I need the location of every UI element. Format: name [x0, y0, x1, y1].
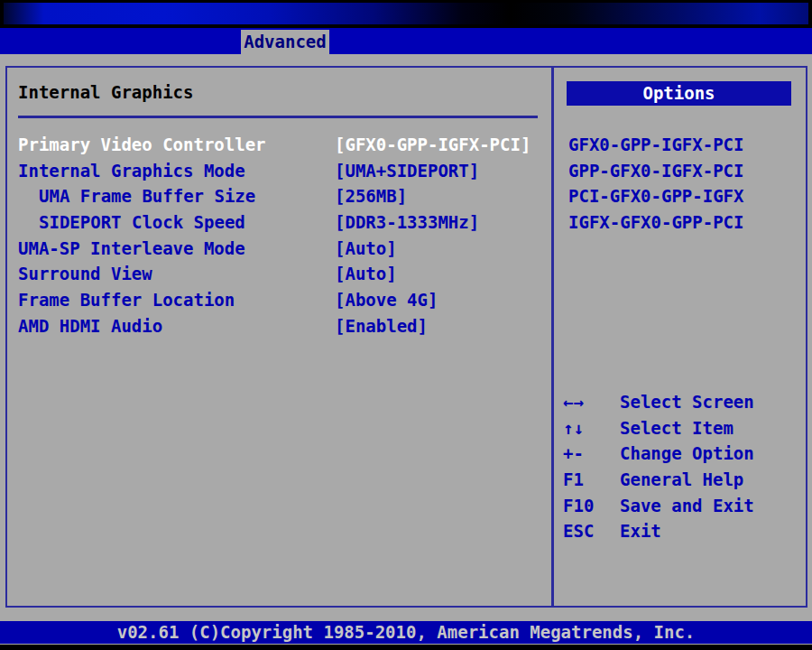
setting-value: [Enabled]	[335, 313, 428, 339]
option-value: GPP-GFX0-IGFX-PCI	[568, 158, 798, 184]
setting-row-surround-view[interactable]: Surround View [Auto]	[18, 261, 546, 287]
tab-advanced[interactable]: Advanced	[241, 30, 329, 54]
copyright-bar: v02.61 (C)Copyright 1985-2010, American …	[0, 621, 812, 644]
top-gradient-bar	[0, 0, 812, 28]
setting-row-sideport-clock-speed[interactable]: SIDEPORT Clock Speed [DDR3-1333MHz]	[18, 209, 546, 236]
setting-label: Primary Video Controller	[18, 135, 266, 154]
title-underline	[18, 116, 538, 118]
help-action: Save and Exit	[620, 496, 754, 515]
help-row-general-help: F1General Help	[563, 467, 799, 493]
setting-label: SIDEPORT Clock Speed	[39, 212, 245, 232]
plus-minus-keys: +-	[563, 441, 620, 467]
setting-label: Frame Buffer Location	[18, 290, 235, 310]
setting-label: UMA Frame Buffer Size	[39, 186, 255, 206]
help-action: Select Screen	[620, 392, 754, 412]
help-action: Select Item	[620, 418, 734, 438]
esc-key: ESC	[563, 518, 620, 544]
setting-value: [DDR3-1333MHz]	[335, 209, 479, 236]
setting-value: [256MB]	[335, 183, 407, 209]
help-action: General Help	[620, 469, 743, 489]
bios-setup-screen: Advanced Internal Graphics Primary Video…	[0, 0, 812, 650]
option-value: IGFX-GFX0-GPP-PCI	[568, 209, 798, 236]
setting-label: AMD HDMI Audio	[18, 316, 162, 336]
arrow-up-down-icon: ↑↓	[563, 415, 620, 441]
setting-row-uma-sp-interleave-mode[interactable]: UMA-SP Interleave Mode [Auto]	[18, 236, 546, 262]
help-row-change-option: +-Change Option	[563, 441, 799, 467]
setting-row-amd-hdmi-audio[interactable]: AMD HDMI Audio [Enabled]	[18, 313, 546, 339]
help-row-exit: ESCExit	[563, 518, 799, 544]
top-gradient-inner	[4, 3, 808, 24]
arrow-left-right-icon: ←→	[563, 389, 620, 415]
key-help-list: ←→Select Screen ↑↓Select Item +-Change O…	[563, 389, 799, 544]
options-list: GFX0-GPP-IGFX-PCI GPP-GFX0-IGFX-PCI PCI-…	[568, 132, 798, 236]
help-action: Change Option	[620, 443, 754, 463]
setting-value: [GFX0-GPP-IGFX-PCI]	[335, 132, 531, 158]
setting-label: Surround View	[18, 264, 152, 283]
setting-row-frame-buffer-location[interactable]: Frame Buffer Location [Above 4G]	[18, 287, 546, 313]
help-row-select-item: ↑↓Select Item	[563, 415, 799, 441]
f1-key: F1	[563, 467, 620, 493]
help-row-select-screen: ←→Select Screen	[563, 389, 799, 415]
option-value: PCI-GFX0-GPP-IGFX	[568, 183, 798, 209]
settings-list: Primary Video Controller [GFX0-GPP-IGFX-…	[18, 132, 546, 339]
setting-row-primary-video-controller[interactable]: Primary Video Controller [GFX0-GPP-IGFX-…	[18, 132, 546, 158]
setting-value: [Above 4G]	[335, 287, 438, 313]
setting-value: [Auto]	[335, 236, 397, 262]
help-row-save-and-exit: F10Save and Exit	[563, 493, 799, 519]
setting-row-uma-frame-buffer-size[interactable]: UMA Frame Buffer Size [256MB]	[18, 183, 546, 209]
setting-value: [Auto]	[335, 261, 397, 287]
option-value: GFX0-GPP-IGFX-PCI	[568, 132, 798, 158]
options-panel-header: Options	[567, 81, 791, 106]
setting-row-internal-graphics-mode[interactable]: Internal Graphics Mode [UMA+SIDEPORT]	[18, 158, 546, 184]
help-action: Exit	[620, 521, 661, 541]
menu-bar: Advanced	[0, 28, 812, 54]
setting-value: [UMA+SIDEPORT]	[335, 158, 479, 184]
page-title: Internal Graphics	[18, 82, 193, 102]
setting-label: UMA-SP Interleave Mode	[18, 238, 245, 258]
panel-divider	[551, 66, 554, 608]
setting-label: Internal Graphics Mode	[18, 161, 245, 181]
f10-key: F10	[563, 493, 620, 519]
